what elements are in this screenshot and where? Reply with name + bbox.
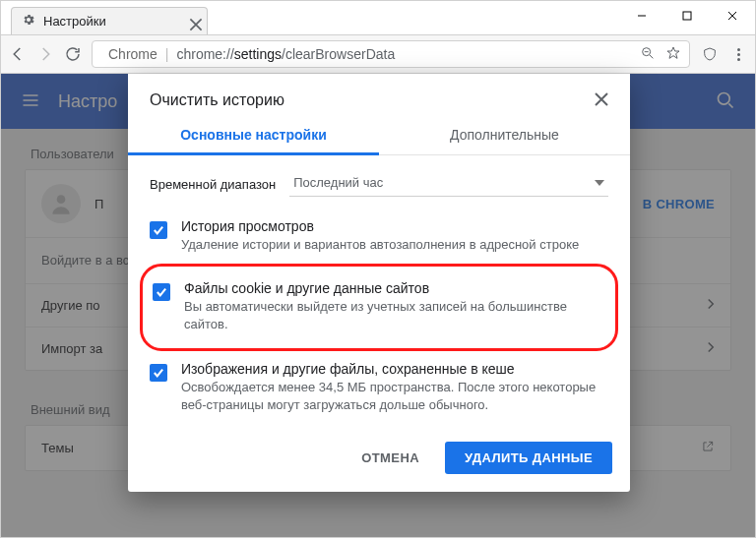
close-tab-icon[interactable] bbox=[189, 18, 197, 26]
clear-data-dialog: Очистить историю Основные настройки Допо… bbox=[128, 74, 630, 492]
checkbox-checked-icon[interactable] bbox=[150, 364, 167, 382]
tab-title: Настройки bbox=[43, 14, 181, 29]
forward-button[interactable] bbox=[36, 45, 54, 63]
chevron-down-icon bbox=[595, 180, 604, 186]
clear-data-button[interactable]: УДАЛИТЬ ДАННЫЕ bbox=[445, 442, 612, 474]
checkbox-checked-icon[interactable] bbox=[150, 221, 167, 239]
svg-rect-0 bbox=[683, 12, 691, 20]
shield-icon[interactable] bbox=[700, 44, 720, 64]
close-icon[interactable] bbox=[595, 92, 608, 109]
new-tab-ghost[interactable] bbox=[214, 11, 241, 34]
address-bar[interactable]: Chrome | chrome://settings/clearBrowserD… bbox=[92, 40, 690, 68]
zoom-icon[interactable] bbox=[640, 45, 656, 64]
gear-icon bbox=[22, 13, 35, 30]
cancel-button[interactable]: ОТМЕНА bbox=[346, 442, 435, 474]
tab-basic[interactable]: Основные настройки bbox=[128, 115, 379, 154]
back-button[interactable] bbox=[9, 45, 27, 63]
window-minimize[interactable] bbox=[619, 1, 664, 30]
check-cookies[interactable]: Файлы cookie и другие данные сайтов Вы а… bbox=[149, 270, 609, 343]
browser-menu-button[interactable] bbox=[729, 48, 747, 61]
check-history[interactable]: История просмотров Удаление истории и ва… bbox=[146, 209, 612, 264]
time-range-select[interactable]: Последний час bbox=[289, 171, 608, 197]
reload-button[interactable] bbox=[64, 45, 82, 63]
url-text: chrome://settings/clearBrowserData bbox=[176, 46, 395, 62]
time-range-label: Временной диапазон bbox=[150, 177, 276, 192]
check-cache[interactable]: Изображения и другие файлы, сохраненные … bbox=[146, 351, 612, 424]
dialog-title: Очистить историю bbox=[150, 91, 284, 109]
window-close[interactable] bbox=[710, 1, 755, 30]
window-maximize[interactable] bbox=[664, 1, 710, 30]
url-scheme: Chrome bbox=[108, 46, 158, 62]
checkbox-checked-icon[interactable] bbox=[153, 283, 170, 301]
bookmark-star-icon[interactable] bbox=[665, 45, 681, 64]
browser-tab[interactable]: Настройки bbox=[11, 7, 208, 34]
tab-advanced[interactable]: Дополнительные bbox=[379, 115, 630, 154]
